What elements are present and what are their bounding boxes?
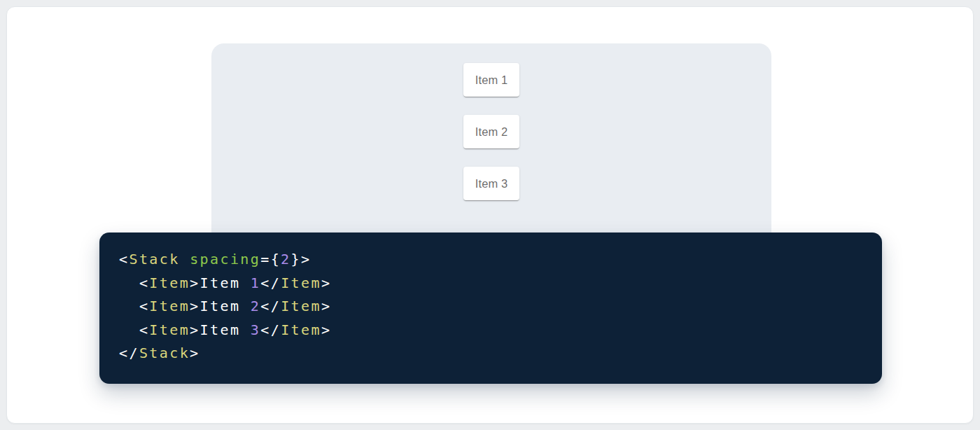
stack-demo-panel: Item 1 Item 2 Item 3: [211, 43, 771, 247]
code-token-tag: Item: [149, 298, 190, 314]
code-token-punc: </: [119, 345, 139, 361]
code-token-punc: >: [190, 345, 200, 361]
stack-item-label: Item 1: [475, 74, 507, 87]
code-token-punc: >: [321, 321, 331, 338]
code-token-attr: spacing: [190, 251, 260, 268]
code-token-tag: Stack: [129, 251, 179, 268]
code-token-num: 3: [251, 321, 260, 338]
code-token-punc: </: [260, 321, 281, 338]
code-token-plain: Item: [200, 321, 251, 338]
code-token-tag: Item: [149, 275, 190, 291]
code-token-punc: <: [139, 275, 149, 291]
code-content: <Stack spacing={2}> <Item>Item 1</Item> …: [119, 248, 882, 366]
code-token-plain: Item: [200, 275, 251, 291]
code-line: <Item>Item 3</Item>: [119, 319, 882, 342]
code-token-punc: >: [321, 298, 331, 314]
code-line: <Stack spacing={2}>: [119, 248, 882, 272]
code-token-punc: >: [190, 321, 200, 338]
code-token-num: 2: [251, 298, 260, 314]
code-token-plain: Item: [200, 298, 251, 314]
code-token-punc: <: [119, 251, 129, 268]
stack-item-label: Item 3: [475, 177, 507, 190]
code-token-punc: ={: [260, 251, 281, 268]
code-token-plain: [119, 321, 139, 338]
code-token-tag: Item: [281, 298, 321, 314]
code-token-tag: Item: [281, 275, 321, 291]
code-token-tag: Item: [149, 321, 190, 338]
stack-item: Item 3: [463, 167, 519, 200]
code-token-punc: <: [139, 321, 149, 338]
code-token-tag: Stack: [139, 345, 190, 361]
code-token-punc: <: [139, 298, 149, 314]
code-token-punc: </: [260, 275, 281, 291]
code-token-plain: [119, 298, 139, 314]
code-line: <Item>Item 2</Item>: [119, 295, 882, 319]
code-line: </Stack>: [119, 342, 882, 366]
code-token-num: 1: [251, 275, 260, 291]
code-block: <Stack spacing={2}> <Item>Item 1</Item> …: [99, 233, 882, 384]
stack-item: Item 1: [463, 63, 519, 97]
page: Item 1 Item 2 Item 3 <Stack spacing={2}>…: [0, 0, 980, 430]
code-token-tag: Item: [281, 321, 321, 338]
code-token-plain: [180, 251, 190, 268]
code-token-punc: }>: [291, 251, 312, 268]
code-token-num: 2: [281, 251, 290, 268]
code-token-punc: >: [321, 275, 331, 291]
stack-item: Item 2: [463, 115, 519, 148]
code-token-punc: >: [190, 298, 200, 314]
code-token-punc: </: [260, 298, 281, 314]
code-line: <Item>Item 1</Item>: [119, 272, 882, 296]
stack-item-label: Item 2: [475, 125, 507, 139]
code-token-punc: >: [190, 275, 200, 291]
code-token-plain: [119, 275, 139, 291]
